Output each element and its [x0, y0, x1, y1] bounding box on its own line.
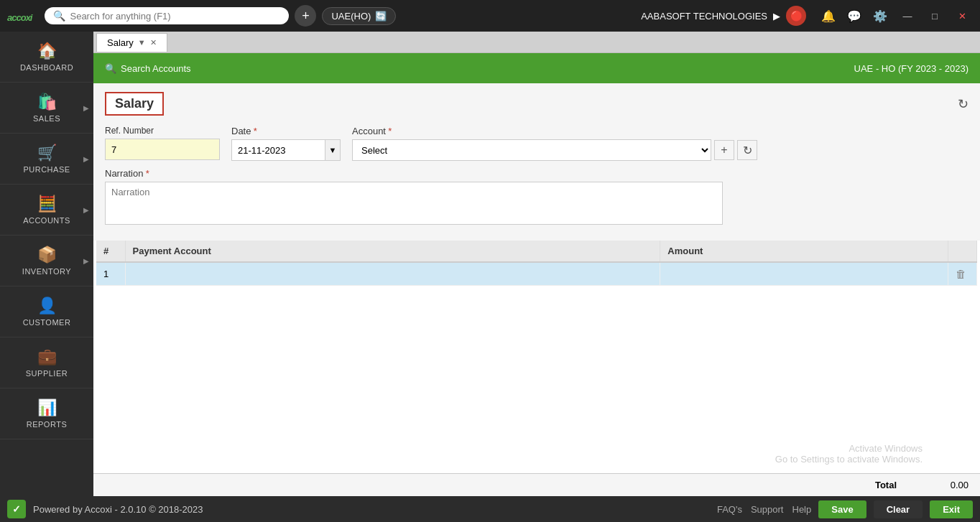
dashboard-icon: 🏠	[37, 42, 57, 60]
total-value: 0.00	[911, 480, 969, 490]
tab-salary[interactable]: Salary ▼ ✕	[96, 33, 167, 52]
settings-icon[interactable]: ⚙️	[869, 5, 891, 27]
date-label: Date *	[231, 126, 341, 136]
narration-label: Narration *	[105, 168, 969, 179]
sidebar: 🏠 DASHBOARD 🛍️ SALES ▶ 🛒 PURCHASE ▶ 🧮 AC…	[0, 32, 93, 496]
row-amount[interactable]	[660, 262, 948, 285]
tab-bar: Salary ▼ ✕	[93, 32, 980, 53]
table-area: # Payment Account Amount 1 🗑	[96, 241, 977, 473]
date-dropdown-arrow[interactable]: ▼	[325, 139, 341, 161]
narration-input[interactable]	[105, 182, 723, 225]
col-num: #	[96, 241, 125, 262]
account-select[interactable]: Select	[352, 139, 711, 161]
inner-content: 🔍 Search Accounts UAE - HO (FY 2023 - 20…	[93, 53, 980, 496]
search-icon: 🔍	[53, 10, 65, 22]
save-button[interactable]: Save	[818, 500, 866, 518]
sidebar-item-supplier[interactable]: 💼 SUPPLIER	[0, 337, 93, 388]
faq-link[interactable]: FAQ's	[717, 504, 742, 515]
row-num: 1	[96, 262, 125, 285]
date-input[interactable]	[231, 139, 325, 161]
sidebar-label-purchase: PURCHASE	[23, 165, 70, 174]
tab-close-icon[interactable]: ✕	[150, 38, 157, 47]
content-area: Salary ▼ ✕ 🔍 Search Accounts UAE - HO (F…	[93, 32, 980, 496]
sidebar-label-reports: REPORTS	[27, 420, 67, 429]
reports-icon: 📊	[37, 399, 57, 417]
sidebar-item-sales[interactable]: 🛍️ SALES ▶	[0, 83, 93, 134]
sidebar-label-dashboard: DASHBOARD	[20, 63, 73, 72]
company-info: UAE - HO (FY 2023 - 2023)	[854, 63, 969, 74]
green-header: 🔍 Search Accounts UAE - HO (FY 2023 - 20…	[93, 53, 980, 83]
account-input-group: Select + ↻	[352, 139, 757, 161]
sidebar-label-accounts: ACCOUNTS	[23, 216, 70, 225]
form-area: Salary ↻ Ref. Number Date *	[93, 83, 980, 241]
account-label: Account *	[352, 126, 757, 136]
topbar-icons: 🔔 💬 ⚙️	[818, 5, 891, 27]
supplier-icon: 💼	[37, 348, 57, 366]
tab-salary-label: Salary	[107, 37, 134, 48]
clear-button[interactable]: Clear	[874, 500, 923, 518]
sidebar-item-inventory[interactable]: 📦 INVENTORY ▶	[0, 236, 93, 286]
refresh-account-button[interactable]: ↻	[737, 140, 757, 160]
search-accounts-label: Search Accounts	[121, 63, 191, 74]
narration-group: Narration *	[105, 168, 969, 225]
search-input[interactable]	[70, 11, 280, 22]
sidebar-item-reports[interactable]: 📊 REPORTS	[0, 388, 93, 439]
purchase-icon: 🛒	[37, 144, 57, 162]
form-title: Salary	[105, 92, 164, 116]
col-actions	[948, 241, 977, 262]
avatar: 🔴	[786, 6, 806, 26]
close-button[interactable]: ✕	[951, 5, 973, 27]
sidebar-label-customer: CUSTOMER	[23, 318, 71, 327]
inventory-arrow: ▶	[83, 257, 89, 265]
add-account-button[interactable]: +	[714, 140, 734, 160]
sidebar-item-purchase[interactable]: 🛒 PURCHASE ▶	[0, 134, 93, 185]
support-link[interactable]: Support	[751, 504, 784, 515]
form-row-narration: Narration *	[105, 168, 969, 225]
sales-arrow: ▶	[83, 104, 89, 112]
sidebar-item-customer[interactable]: 👤 CUSTOMER	[0, 286, 93, 337]
notification-icon[interactable]: 🔔	[818, 5, 839, 27]
col-amount: Amount	[660, 241, 948, 262]
company-selector[interactable]: UAE(HO) 🔄	[322, 7, 396, 25]
footer-powered-by: Powered by Accoxi - 2.0.10 © 2018-2023	[33, 504, 203, 515]
footer-logo: ✓	[7, 500, 26, 518]
total-row: Total 0.00	[93, 473, 980, 496]
sidebar-item-accounts[interactable]: 🧮 ACCOUNTS ▶	[0, 185, 93, 236]
customer-icon: 👤	[37, 297, 57, 315]
help-link[interactable]: Help	[792, 504, 812, 515]
purchase-arrow: ▶	[83, 155, 89, 163]
maximize-button[interactable]: □	[924, 5, 946, 27]
dropdown-arrow: ▶	[773, 11, 780, 22]
row-delete[interactable]: 🗑	[948, 262, 977, 285]
sidebar-item-dashboard[interactable]: 🏠 DASHBOARD	[0, 32, 93, 83]
app-logo: accoxi	[7, 6, 32, 25]
tab-pin-icon[interactable]: ▼	[138, 38, 146, 47]
inventory-icon: 📦	[37, 246, 57, 264]
date-group: Date * ▼	[231, 126, 341, 161]
message-icon[interactable]: 💬	[843, 5, 865, 27]
row-payment-account[interactable]	[125, 262, 660, 285]
ref-number-input[interactable]	[105, 139, 220, 160]
payment-table: # Payment Account Amount 1 🗑	[96, 241, 977, 286]
refresh-icon: 🔄	[375, 11, 387, 22]
search-bar[interactable]: 🔍	[45, 7, 289, 24]
form-refresh-button[interactable]: ↻	[958, 96, 969, 112]
company-name: AABASOFT TECHNOLOGIES ▶ 🔴	[641, 6, 806, 26]
search-accounts-section[interactable]: 🔍 Search Accounts	[105, 63, 191, 74]
ref-number-label: Ref. Number	[105, 126, 220, 136]
col-payment-account: Payment Account	[125, 241, 660, 262]
account-group: Account * Select + ↻	[352, 126, 757, 161]
total-label: Total	[875, 480, 897, 490]
sidebar-label-inventory: INVENTORY	[22, 267, 71, 276]
add-button[interactable]: +	[295, 5, 316, 27]
sidebar-label-supplier: SUPPLIER	[26, 369, 68, 378]
date-input-group: ▼	[231, 139, 341, 161]
delete-row-button[interactable]: 🗑	[956, 268, 966, 280]
accounts-arrow: ▶	[83, 206, 89, 214]
exit-button[interactable]: Exit	[930, 500, 973, 518]
accounts-icon: 🧮	[37, 195, 57, 213]
footer: ✓ Powered by Accoxi - 2.0.10 © 2018-2023…	[0, 496, 980, 522]
minimize-button[interactable]: —	[897, 5, 918, 27]
ref-number-group: Ref. Number	[105, 126, 220, 160]
form-row-1: Ref. Number Date * ▼	[105, 126, 969, 161]
